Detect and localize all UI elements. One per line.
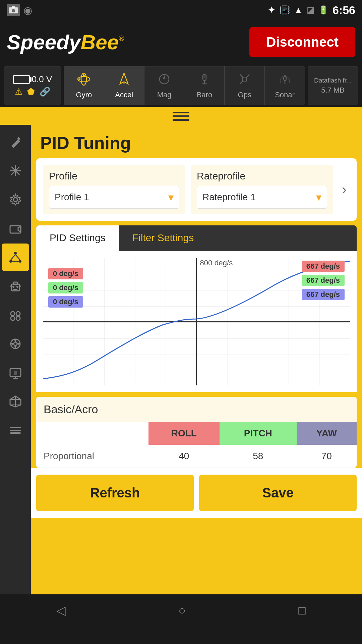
chart-badge-roll-max: 667 deg/s bbox=[302, 261, 345, 272]
sidebar-item-camera[interactable] bbox=[2, 215, 29, 242]
svg-text:800 deg/s: 800 deg/s bbox=[200, 259, 233, 267]
gps-label: Gps bbox=[238, 91, 251, 99]
clock: 6:56 bbox=[333, 4, 355, 17]
status-bar: ◉ ✦ 📳 ▲ ◪ 🔋 6:56 bbox=[0, 0, 362, 20]
top-bar: Speedy Bee ® Disconnect bbox=[0, 20, 362, 64]
mag-label: Mag bbox=[157, 91, 172, 99]
logo-speedy: Speedy bbox=[7, 30, 81, 54]
pid-table: ROLL PITCH YAW Proportional 40 58 70 bbox=[36, 422, 357, 468]
sidebar-item-tools[interactable] bbox=[2, 128, 29, 156]
svg-point-1 bbox=[12, 9, 15, 12]
logo-bee: Bee bbox=[81, 30, 119, 54]
sonar-label: Sonar bbox=[275, 91, 295, 99]
svg-line-30 bbox=[11, 255, 15, 260]
sidebar-item-network[interactable] bbox=[2, 244, 29, 271]
rateprofile-label: Rateprofile bbox=[197, 170, 327, 182]
svg-point-36 bbox=[16, 286, 18, 288]
sidebar-item-configure[interactable] bbox=[2, 157, 29, 184]
battery-indicator: 0.0 V bbox=[13, 74, 52, 85]
profile-select[interactable]: Profile 1 ▾ bbox=[49, 186, 179, 209]
chart-badges-right: 667 deg/s 667 deg/s 667 deg/s bbox=[302, 261, 345, 300]
svg-rect-34 bbox=[13, 282, 17, 285]
hamburger-line-3 bbox=[173, 119, 189, 121]
refresh-button[interactable]: Refresh bbox=[36, 475, 194, 511]
hamburger-icon bbox=[173, 112, 189, 121]
voltage-display: 0.0 V bbox=[32, 74, 52, 85]
sidebar-item-3d[interactable] bbox=[2, 388, 29, 415]
baro-label: Baro bbox=[197, 91, 212, 99]
tab-pid-settings[interactable]: PID Settings bbox=[36, 225, 119, 251]
next-arrow-button[interactable]: › bbox=[339, 178, 350, 201]
rateprofile-select[interactable]: Rateprofile 1 ▾ bbox=[197, 186, 327, 209]
recents-button[interactable]: □ bbox=[294, 599, 310, 622]
sidebar-item-menu[interactable] bbox=[2, 417, 29, 444]
svg-rect-55 bbox=[10, 430, 21, 431]
sensor-sonar[interactable]: Sonar bbox=[265, 66, 305, 105]
tab-filter-settings[interactable]: Filter Settings bbox=[119, 225, 207, 251]
th-roll: ROLL bbox=[148, 422, 220, 445]
svg-rect-56 bbox=[10, 432, 21, 434]
sensor-baro[interactable]: Baro bbox=[184, 66, 225, 105]
svg-rect-14 bbox=[203, 75, 205, 78]
profile-box: Profile Profile 1 ▾ bbox=[43, 165, 185, 214]
proportional-pitch[interactable]: 58 bbox=[220, 445, 297, 468]
sensor-mag[interactable]: Mag bbox=[144, 66, 185, 105]
sensor-gyro[interactable]: Gyro bbox=[64, 66, 104, 105]
table-row: Proportional 40 58 70 bbox=[36, 445, 357, 468]
th-yaw: YAW bbox=[297, 422, 357, 445]
bottom-buttons: Refresh Save bbox=[31, 468, 362, 518]
sidebar-item-robot[interactable] bbox=[2, 272, 29, 300]
profile-label: Profile bbox=[49, 170, 179, 182]
disconnect-button[interactable]: Disconnect bbox=[249, 27, 355, 57]
svg-point-43 bbox=[16, 316, 20, 320]
home-button[interactable]: ○ bbox=[174, 599, 190, 622]
svg-point-35 bbox=[12, 286, 14, 288]
chart-badge-yaw-max: 667 deg/s bbox=[302, 289, 345, 300]
chart-container: 0 deg/s 0 deg/s 0 deg/s 667 deg/s 667 de… bbox=[36, 251, 357, 392]
sidebar-item-motors[interactable] bbox=[2, 330, 29, 358]
pid-table-header: ROLL PITCH YAW bbox=[36, 422, 357, 445]
sidebar-item-osd[interactable] bbox=[2, 359, 29, 386]
wifi-icon: ▲ bbox=[294, 5, 303, 15]
gyro-label: Gyro bbox=[76, 91, 92, 99]
sim-icon: ◉ bbox=[23, 4, 32, 16]
status-icons: ◉ bbox=[7, 4, 32, 16]
battery-box: 0.0 V ⚠ ⬟ 🔗 bbox=[4, 66, 61, 105]
proportional-yaw[interactable]: 70 bbox=[297, 445, 357, 468]
chart-badge-pitch-max: 667 deg/s bbox=[302, 275, 345, 286]
sensor-bar: 0.0 V ⚠ ⬟ 🔗 Gyro bbox=[0, 64, 362, 107]
sensor-accel[interactable]: Accel bbox=[104, 66, 144, 105]
profile-value: Profile 1 bbox=[55, 192, 89, 203]
svg-point-24 bbox=[13, 198, 17, 202]
profile-chevron-icon: ▾ bbox=[168, 191, 174, 204]
battery-icon bbox=[13, 75, 30, 84]
save-button[interactable]: Save bbox=[199, 475, 357, 511]
battery-icons-row: ⚠ ⬟ 🔗 bbox=[15, 87, 50, 97]
chart-badge-pitch: 0 deg/s bbox=[48, 282, 83, 293]
gps-icon bbox=[237, 72, 252, 89]
sidebar bbox=[0, 125, 31, 594]
svg-point-40 bbox=[11, 312, 15, 316]
photo-icon bbox=[7, 4, 20, 16]
back-button[interactable]: ◁ bbox=[52, 599, 70, 622]
battery-icon: 🔋 bbox=[318, 5, 328, 15]
link-icon: 🔗 bbox=[40, 87, 50, 97]
svg-rect-54 bbox=[10, 427, 21, 428]
svg-point-45 bbox=[14, 342, 17, 345]
sidebar-item-channels[interactable] bbox=[2, 301, 29, 329]
content-area: PID Tuning Profile Profile 1 ▾ Rateprofi… bbox=[31, 125, 362, 594]
hamburger-line-2 bbox=[173, 115, 189, 117]
sidebar-item-settings[interactable] bbox=[2, 186, 29, 213]
accel-icon bbox=[117, 72, 131, 89]
status-right: ✦ 📳 ▲ ◪ 🔋 6:56 bbox=[268, 4, 355, 17]
svg-line-31 bbox=[15, 255, 20, 260]
sensor-gps[interactable]: Gps bbox=[225, 66, 265, 105]
svg-marker-10 bbox=[163, 75, 166, 79]
gyro-icon bbox=[76, 72, 91, 89]
dataflash-size: 5.7 MB bbox=[321, 86, 345, 95]
rateprofile-box: Rateprofile Rateprofile 1 ▾ bbox=[191, 165, 333, 214]
proportional-roll[interactable]: 40 bbox=[148, 445, 220, 468]
nav-bar: ◁ ○ □ bbox=[0, 594, 362, 627]
menu-toggle[interactable] bbox=[0, 107, 362, 125]
basic-acro-header: Basic/Acro bbox=[36, 397, 357, 422]
